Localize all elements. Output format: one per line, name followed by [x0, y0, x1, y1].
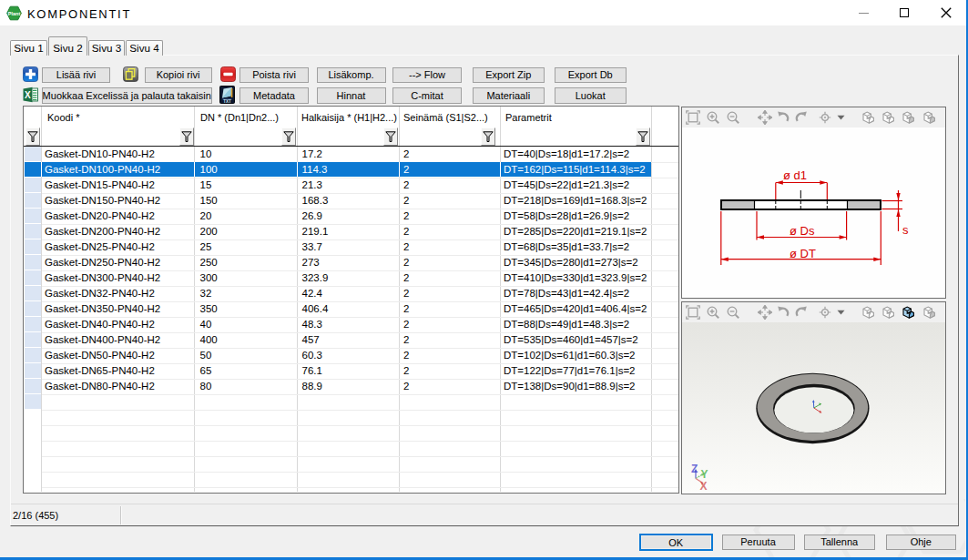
svg-text:X: X: [25, 90, 31, 100]
svg-text:ø Ds: ø Ds: [790, 224, 815, 238]
svg-text:ø DT: ø DT: [790, 247, 816, 260]
svg-text:X: X: [700, 480, 708, 493]
svg-text:Plant: Plant: [8, 11, 21, 16]
svg-text:Y: Y: [701, 468, 708, 481]
svg-text:s: s: [902, 223, 909, 237]
svg-text:Z: Z: [691, 463, 698, 475]
svg-text:TXT: TXT: [223, 99, 231, 104]
svg-text:ø d1: ø d1: [783, 168, 807, 182]
